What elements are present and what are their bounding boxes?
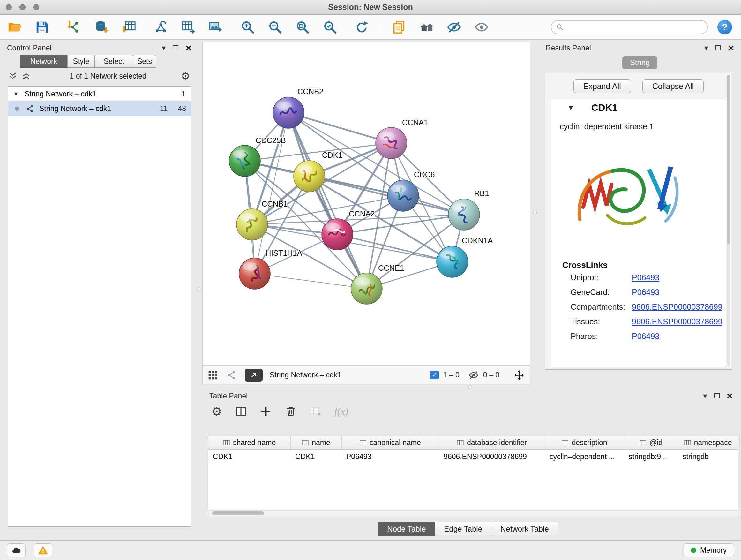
panel-float-icon[interactable]: [715, 45, 721, 51]
network-node-RB1[interactable]: [448, 199, 480, 230]
tab-network-table[interactable]: Network Table: [491, 522, 558, 536]
network-node-CDC25B[interactable]: [229, 145, 260, 177]
import-network-file-button[interactable]: [66, 19, 82, 36]
zoom-fit-button[interactable]: [294, 19, 311, 36]
export-image-button[interactable]: [207, 19, 224, 36]
delete-column-trash-icon[interactable]: [285, 406, 297, 418]
network-edge[interactable]: [255, 273, 367, 289]
network-node-CCNE1[interactable]: [351, 273, 382, 304]
panel-close-icon[interactable]: ×: [727, 391, 733, 401]
results-tab-string[interactable]: String: [622, 56, 658, 69]
zoom-in-button[interactable]: [239, 19, 256, 36]
collapse-all-icon[interactable]: [8, 71, 17, 80]
column-header[interactable]: @id: [624, 436, 678, 449]
network-edge[interactable]: [288, 113, 367, 289]
panel-menu-icon[interactable]: ▾: [703, 392, 707, 400]
network-options-gear-icon[interactable]: ⚙: [181, 71, 190, 81]
search-input[interactable]: [567, 23, 703, 31]
panel-close-icon[interactable]: ×: [728, 43, 734, 53]
network-canvas[interactable]: CCNB2CCNA1CDC25BCDK1CDC6RB1CCNB1CCNA2CDK…: [202, 42, 530, 366]
table-row[interactable]: CDK1 CDK1 P06493 9606.ENSP00000378699 cy…: [208, 449, 738, 463]
network-node-CCNB1[interactable]: [237, 209, 268, 240]
memory-button[interactable]: Memory: [684, 543, 734, 557]
network-node-CCNA2[interactable]: [322, 219, 353, 250]
refresh-view-button[interactable]: [354, 19, 370, 36]
network-row-selected[interactable]: String Network – cdk1 11 48: [8, 101, 191, 116]
grid-view-icon[interactable]: [208, 370, 218, 380]
add-column-icon[interactable]: [260, 406, 272, 418]
crosslink-link[interactable]: 9606.ENSP00000378699: [632, 317, 723, 326]
column-header[interactable]: name: [291, 436, 342, 449]
column-header[interactable]: description: [545, 436, 624, 449]
table-cell[interactable]: cyclin–dependent ...: [545, 449, 624, 463]
crosslink-link[interactable]: P06493: [632, 288, 659, 297]
expand-all-button[interactable]: Expand All: [574, 79, 631, 93]
network-node-HIST1H1A[interactable]: [239, 258, 270, 289]
column-header[interactable]: shared name: [208, 436, 291, 449]
column-header[interactable]: database identifier: [439, 436, 545, 449]
toolbar-search[interactable]: [551, 20, 708, 34]
warnings-button[interactable]: [34, 543, 52, 557]
network-node-CDKN1A[interactable]: [436, 246, 468, 277]
column-header[interactable]: canonical name: [342, 436, 439, 449]
table-horizontal-scrollbar[interactable]: [208, 510, 738, 516]
copy-button[interactable]: [391, 19, 408, 36]
crosslink-link[interactable]: P06493: [632, 332, 659, 341]
network-node-CDC6[interactable]: [387, 180, 419, 211]
show-panel-button[interactable]: [473, 19, 490, 36]
export-table-button[interactable]: [180, 19, 197, 36]
hide-panel-button[interactable]: [446, 19, 462, 36]
right-splitter-handle[interactable]: [533, 211, 537, 214]
hidden-eye-slash-icon[interactable]: [468, 370, 479, 380]
show-columns-icon[interactable]: [235, 406, 247, 418]
move-crosshair-icon[interactable]: [514, 369, 525, 381]
network-node-CCNA1[interactable]: [376, 127, 407, 159]
network-node-CCNB2[interactable]: [273, 97, 304, 128]
home-layout-button[interactable]: [418, 19, 435, 36]
tab-network[interactable]: Network: [20, 55, 68, 68]
tab-node-table[interactable]: Node Table: [378, 522, 435, 536]
expand-all-icon[interactable]: [22, 71, 30, 80]
results-scrollbar[interactable]: [727, 75, 730, 366]
panel-float-icon[interactable]: [173, 45, 179, 51]
help-button[interactable]: ?: [718, 20, 732, 35]
left-splitter-handle[interactable]: [197, 287, 200, 291]
new-network-button[interactable]: [152, 19, 169, 36]
panel-float-icon[interactable]: [714, 393, 720, 398]
selected-checkbox-icon[interactable]: ✓: [430, 371, 439, 379]
network-node-CDK1[interactable]: [293, 161, 325, 192]
crosslink-link[interactable]: P06493: [632, 273, 659, 282]
open-in-new-button[interactable]: [245, 369, 263, 381]
table-cell[interactable]: stringdb: [678, 449, 738, 463]
table-options-gear-icon[interactable]: ⚙: [211, 406, 222, 418]
bottom-splitter-handle[interactable]: [468, 385, 472, 389]
panel-close-icon[interactable]: ×: [185, 43, 192, 53]
table-cell[interactable]: stringdb:9...: [624, 449, 678, 463]
cloud-button[interactable]: [7, 543, 25, 557]
network-graph[interactable]: CCNB2CCNA1CDC25BCDK1CDC6RB1CCNB1CCNA2CDK…: [203, 42, 531, 366]
zoom-out-button[interactable]: [267, 19, 283, 36]
table-cell[interactable]: P06493: [342, 449, 439, 463]
network-collection-row[interactable]: ▼ String Network – cdk1 1: [8, 86, 191, 101]
panel-menu-icon[interactable]: ▾: [704, 44, 708, 52]
collapse-caret-icon[interactable]: ▾: [569, 103, 573, 112]
tab-select[interactable]: Select: [94, 55, 133, 68]
collapse-all-button[interactable]: Collapse All: [643, 79, 704, 93]
tab-sets[interactable]: Sets: [133, 55, 156, 68]
import-table-button[interactable]: [121, 19, 137, 36]
import-network-database-button[interactable]: [93, 19, 110, 36]
open-session-button[interactable]: [6, 19, 23, 36]
tab-style[interactable]: Style: [67, 55, 95, 68]
column-header[interactable]: namespace: [678, 436, 738, 449]
network-edge[interactable]: [288, 113, 391, 143]
table-cell[interactable]: 9606.ENSP00000378699: [439, 449, 545, 463]
zoom-selected-button[interactable]: [322, 19, 338, 36]
tab-edge-table[interactable]: Edge Table: [434, 522, 491, 536]
panel-menu-icon[interactable]: ▾: [162, 44, 165, 52]
crosslink-link[interactable]: 9606.ENSP00000378699: [632, 302, 723, 312]
table-cell[interactable]: CDK1: [208, 449, 291, 463]
tree-caret-icon[interactable]: ▼: [13, 91, 19, 98]
protein-heading-row[interactable]: ▾ CDK1: [551, 99, 726, 116]
table-cell[interactable]: CDK1: [291, 449, 342, 463]
network-view-icon[interactable]: [226, 370, 237, 380]
